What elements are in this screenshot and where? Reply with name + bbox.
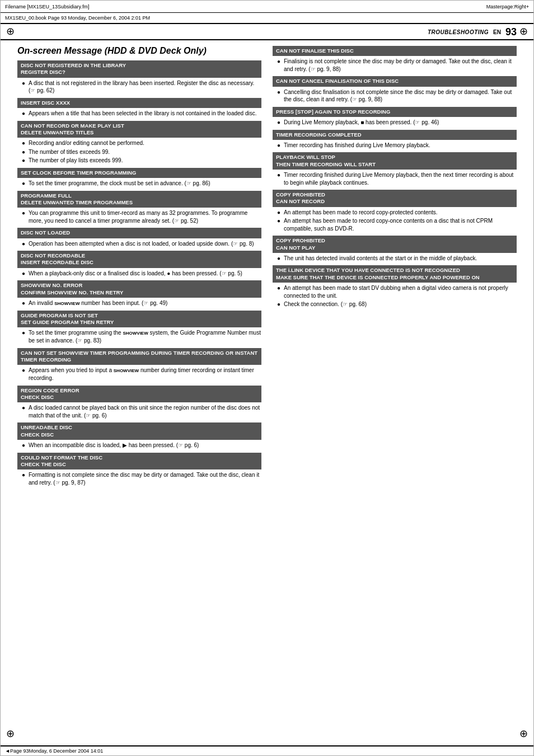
bullet-item: ●The unit has detected invalid contents … (277, 255, 517, 262)
bullet-item: ●During Live Memory playback, ■ has been… (277, 119, 517, 126)
page-number: 93 (505, 26, 517, 38)
msg-header-disc-not-loaded: DISC NOT LOADED (17, 228, 261, 238)
bullet-text: During Live Memory playback, ■ has been … (284, 119, 517, 126)
bullet-list-disc-not-registered: ●A disc that is not registered in the li… (22, 79, 261, 95)
msg-header-copy-prohibited-record: COPY PROHIBITEDCAN NOT RECORD (273, 190, 517, 207)
bullet-list-timer-recording-completed: ●Timer recording has finished during Liv… (277, 142, 517, 149)
bullet-list-region-code-error: ●A disc loaded cannot be played back on … (22, 404, 261, 419)
msg-header-cannot-set-showview: CAN NOT SET SHOWVIEW TIMER PROGRAMMING D… (17, 348, 261, 365)
sub-top-bar: MX1SEU_00.book Page 93 Monday, December … (1, 13, 533, 24)
bullet-item: ●To set the timer programme using the SH… (22, 329, 261, 344)
bullet-text: A disc loaded cannot be played back on t… (29, 404, 261, 419)
bullet-list-could-not-format: ●Formatting is not complete since the di… (22, 471, 261, 486)
left-sections: DISC NOT REGISTERED IN THE LIBRARYREGIST… (17, 60, 261, 486)
msg-header-could-not-format: COULD NOT FORMAT THE DISCCHECK THE DISC (17, 453, 261, 470)
bullet-text: Check the connection. (☞ pg. 68) (284, 300, 517, 308)
msg-header-copy-prohibited-play: COPY PROHIBITEDCAN NOT PLAY (273, 236, 517, 253)
bottom-bar: ◄Page 93Monday, 6 December 2004 14:01 (1, 745, 533, 755)
bullet-text: Operation has been attempted when a disc… (29, 240, 261, 248)
bullet-text: The unit has detected invalid contents a… (284, 255, 517, 262)
bottom-bar-text: ◄Page 93Monday, 6 December 2004 14:01 (5, 748, 529, 754)
bullet-text: When an incompatible disc is loaded, ▶ h… (29, 442, 261, 449)
msg-header-cannot-record: CAN NOT RECORD OR MAKE PLAY LISTDELETE U… (17, 121, 261, 138)
bullet-dot: ● (22, 240, 27, 248)
bullet-dot: ● (22, 471, 27, 479)
bullet-item: ●An attempt has been made to record copy… (277, 217, 517, 232)
en-label: EN (493, 29, 501, 35)
bullet-dot: ● (277, 142, 283, 149)
bullet-item: ●When a playback-only disc or a finalise… (22, 270, 261, 278)
bullet-list-cannot-record: ●Recording and/or editing cannot be perf… (22, 139, 261, 165)
bullet-item: ●Timer recording finished during Live Me… (277, 171, 517, 186)
bullet-list-copy-prohibited-play: ●The unit has detected invalid contents … (277, 255, 517, 262)
bullet-text: Finalising is not complete since the dis… (284, 58, 517, 73)
bullet-dot: ● (22, 157, 27, 165)
bullet-item: ●The number of play lists exceeds 999. (22, 157, 261, 165)
bullet-text: Formatting is not complete since the dis… (29, 471, 261, 486)
bullet-text: An attempt has been made to record copy-… (284, 209, 517, 217)
right-sections: CAN NOT FINALISE THIS DISC●Finalising is… (273, 46, 517, 308)
msg-header-showview-error: SHOWVIEW NO. ERRORCONFIRM SHOWVIEW NO. T… (17, 280, 261, 298)
bullet-item: ●Check the connection. (☞ pg. 68) (277, 300, 517, 308)
bullet-item: ●A disc that is not registered in the li… (22, 79, 261, 95)
bullet-text: An invalid SHOWVIEW number has been inpu… (29, 299, 261, 307)
msg-header-programme-full: PROGRAMME FULLDELETE UNWANTED TIMER PROG… (17, 191, 261, 208)
bullet-text: Appears when a title that has been selec… (29, 110, 261, 118)
bullet-item: ●The number of titles exceeds 99. (22, 148, 261, 156)
bullet-dot: ● (277, 119, 283, 126)
bullet-text: You can programme this unit to timer-rec… (29, 209, 261, 224)
bullet-list-guide-program: ●To set the timer programme using the SH… (22, 329, 261, 344)
bullet-dot: ● (22, 148, 27, 156)
bullet-text: When a playback-only disc or a finalised… (29, 270, 261, 278)
troubleshooting-label: TROUBLESHOOTING (428, 29, 489, 35)
filename-label: Filename [MX1SEU_13Subsidiary.fm] (5, 4, 486, 10)
bullet-dot: ● (277, 300, 283, 308)
msg-header-playback-will-stop: PLAYBACK WILL STOPTHEN TIMER RECORDING W… (273, 152, 517, 170)
bullet-text: Recording and/or editing cannot be perfo… (29, 139, 261, 147)
bullet-item: ●An attempt has been made to record copy… (277, 209, 517, 217)
book-info-label: MX1SEU_00.book Page 93 Monday, December … (5, 15, 529, 21)
bullet-text: An attempt has been made to start DV dub… (284, 284, 517, 299)
bullet-text: The number of titles exceeds 99. (29, 148, 261, 156)
msg-header-set-clock: SET CLOCK BEFORE TIMER PROGRAMMING (17, 168, 261, 178)
msg-header-cannot-finalise: CAN NOT FINALISE THIS DISC (273, 46, 517, 56)
bullet-text: A disc that is not registered in the lib… (29, 79, 261, 95)
bullet-item: ●Finalising is not complete since the di… (277, 58, 517, 73)
bullet-item: ●Formatting is not complete since the di… (22, 471, 261, 486)
bullet-list-programme-full: ●You can programme this unit to timer-re… (22, 209, 261, 224)
bullet-text: Timer recording finished during Live Mem… (284, 171, 517, 186)
bullet-item: ●A disc loaded cannot be played back on … (22, 404, 261, 419)
bullet-dot: ● (277, 88, 283, 96)
bullet-item: ●Appears when a title that has been sele… (22, 110, 261, 118)
bullet-dot: ● (22, 299, 27, 307)
bullet-dot: ● (22, 270, 27, 278)
page: Filename [MX1SEU_13Subsidiary.fm] Master… (0, 0, 534, 756)
bullet-text: Timer recording has finished during Live… (284, 142, 517, 149)
msg-header-disc-not-registered: DISC NOT REGISTERED IN THE LIBRARYREGIST… (17, 60, 261, 78)
msg-header-region-code-error: REGION CODE ERRORCHECK DISC (17, 386, 261, 403)
msg-header-guide-program: GUIDE PROGRAM IS NOT SETSET GUIDE PROGRA… (17, 311, 261, 328)
bullet-list-unreadable-disc: ●When an incompatible disc is loaded, ▶ … (22, 442, 261, 449)
bullet-item: ●An attempt has been made to start DV du… (277, 284, 517, 299)
bullet-list-disc-not-recordable: ●When a playback-only disc or a finalise… (22, 270, 261, 278)
main-content: On-screen Message (HDD & DVD Deck Only) … (1, 40, 533, 489)
bullet-list-press-stop: ●During Live Memory playback, ■ has been… (277, 119, 517, 126)
msg-header-ilink-not-recognized: THE i.LINK DEVICE THAT YOU HAVE CONNECTE… (273, 265, 517, 283)
crosshair-bottom-right: ⊕ (519, 727, 528, 740)
bullet-list-cannot-cancel-finalise: ●Cancelling disc finalisation is not com… (277, 88, 517, 104)
header-row: TROUBLESHOOTING EN 93 (1, 24, 533, 40)
bullet-item: ●Recording and/or editing cannot be perf… (22, 139, 261, 147)
top-bar: Filename [MX1SEU_13Subsidiary.fm] Master… (1, 1, 533, 13)
bullet-list-insert-disc: ●Appears when a title that has been sele… (22, 110, 261, 118)
bullet-dot: ● (22, 367, 27, 374)
crosshair-top-right: ⊕ (519, 25, 528, 37)
bullet-text: The number of play lists exceeds 999. (29, 157, 261, 165)
crosshair-bottom-left: ⊕ (6, 727, 15, 740)
bullet-item: ●Cancelling disc finalisation is not com… (277, 88, 517, 104)
bullet-list-copy-prohibited-record: ●An attempt has been made to record copy… (277, 209, 517, 233)
bullet-dot: ● (277, 217, 283, 225)
right-column: CAN NOT FINALISE THIS DISC●Finalising is… (273, 46, 517, 489)
bullet-item: ●When an incompatible disc is loaded, ▶ … (22, 442, 261, 449)
msg-header-unreadable-disc: UNREADABLE DISCCHECK DISC (17, 422, 261, 440)
bullet-list-disc-not-loaded: ●Operation has been attempted when a dis… (22, 240, 261, 248)
